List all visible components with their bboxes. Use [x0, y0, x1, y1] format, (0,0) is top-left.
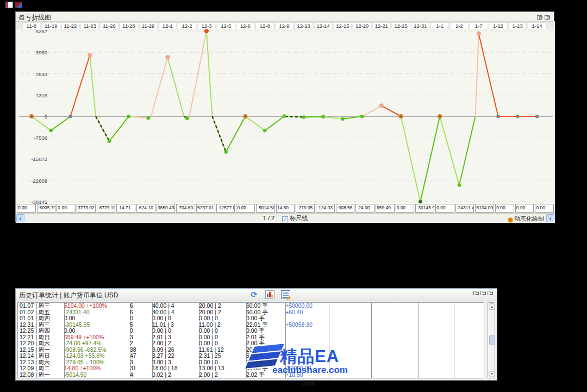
faint-watermark-text: 4900	[302, 381, 315, 387]
table-cell: 11.01 | 3	[151, 322, 197, 328]
table-row[interactable]: 01.02 | 周五-24311.40640.00 | 420.00 | 260…	[18, 309, 484, 316]
daily-value-box: -24311.4	[455, 204, 474, 213]
table-cell	[452, 353, 484, 359]
table-cell: 31.00 手	[245, 365, 284, 372]
table-row[interactable]: 12.14 | 周日-124.03 +55.6%473.27 | 222.31 …	[18, 353, 484, 359]
table-cell: 12.25 | 周四	[18, 328, 63, 334]
chart-plot: 52673950263313160-7536-15072-22609-30145	[16, 29, 555, 204]
table-cell	[327, 365, 370, 372]
restore-window-icon[interactable]	[537, 15, 542, 20]
table-cell: 2.00 | 2	[197, 372, 245, 378]
table-cell: 2	[128, 340, 151, 347]
y-tick-label: -22609	[17, 178, 47, 184]
table-cell: 6	[128, 303, 151, 309]
y-tick-label: 5267	[17, 28, 47, 34]
table-cell: 12.20 | 周六	[18, 340, 63, 347]
table-cell: 659.49 ↑+100%	[63, 334, 128, 341]
table-row[interactable]: 01.07 | 周三5104.00 ↑+100%640.00 | 420.00 …	[18, 303, 484, 309]
table-cell	[370, 365, 417, 372]
maximize-window-icon[interactable]	[545, 15, 549, 20]
taskbar-chart-icon[interactable]	[15, 2, 22, 8]
table-cell	[417, 328, 452, 334]
date-label: 11-23	[80, 22, 99, 29]
date-label: 12-14	[314, 22, 333, 29]
table-cell: 20.00 | 2	[197, 303, 245, 309]
daily-value-box: 0.00	[535, 204, 554, 213]
table-cell	[417, 315, 452, 322]
line-chart-svg	[16, 29, 555, 204]
table-row[interactable]: 12.09 | 周二14.80 ↑+100%3118.00 | 1813.00 …	[18, 365, 484, 372]
data-point	[516, 115, 520, 119]
table-cell: 0	[128, 328, 151, 334]
chart-nav-bar: ‹ 1 / 2✓标尺线 ✕动态化绘制 ›	[16, 213, 555, 223]
pin-window-icon[interactable]	[473, 291, 478, 295]
table-cell: 12.21 | 周日	[18, 334, 63, 341]
table-cell: -908.56 -632.5%	[63, 347, 128, 353]
table-row[interactable]: 12.25 | 周四0.0000.00 | 00.00 | 00.00 手	[18, 328, 484, 334]
table-titlebar: 历史订单统计 | 账户货币单位 USD ⟳	[16, 289, 497, 301]
dynamic-draw-toggle[interactable]: ✕动态化绘制	[508, 215, 544, 223]
table-cell	[417, 372, 452, 378]
restore-window-icon[interactable]	[480, 291, 485, 295]
history-orders-window: 历史订单统计 | 账户货币单位 USD ⟳ 01.07 | 周三5104.00 …	[15, 288, 497, 381]
daily-value-box: 0.00	[17, 204, 36, 213]
table-cell: -124.03 +55.6%	[63, 353, 128, 359]
table-cell: 0.00 手	[245, 315, 284, 322]
table-cell: 0.00 | 0	[197, 340, 245, 347]
report-book-icon[interactable]	[281, 290, 290, 299]
column-divider	[130, 303, 130, 378]
stats-chart-icon[interactable]	[265, 290, 274, 299]
column-divider	[64, 303, 65, 378]
table-row[interactable]: 12.20 | 周六-24.00 +97.4%22.00 | 20.00 | 0…	[18, 340, 484, 347]
ruler-checkbox[interactable]: ✓	[282, 216, 288, 222]
table-cell: 5.58 手	[245, 353, 284, 359]
table-row[interactable]: 12.21 | 周日659.49 ↑+100%32.01 | 30.00 | 0…	[18, 334, 484, 341]
table-cell	[327, 334, 370, 341]
ruler-checkbox-label[interactable]: 标尺线	[290, 215, 308, 221]
table-row[interactable]: 01.01 | 周四0.0000.00 | 00.00 | 00.00 手	[18, 315, 484, 322]
next-page-button[interactable]: ›	[546, 214, 554, 222]
table-cell: 38	[128, 347, 151, 353]
date-label: 11-28	[120, 22, 138, 29]
table-row[interactable]: 12.08 | 周一-5014.5040.02 | 22.00 | 22.02 …	[18, 372, 484, 378]
table-row[interactable]: 12.15 | 周一-908.56 -632.5%389.09 | 2611.6…	[18, 347, 484, 353]
daily-value-box: -30145.9	[415, 204, 434, 213]
table-row[interactable]: 12.31 | 周三-30145.95511.01 | 311.00 | 222…	[18, 322, 484, 328]
table-scrollbar[interactable]: ▲ ▼	[488, 302, 495, 378]
table-cell: 20.00 | 2	[197, 309, 245, 316]
daily-value-box: 0.00	[495, 204, 514, 213]
table-cell: 01.07 | 周三	[18, 303, 63, 309]
table-cell	[452, 372, 484, 378]
daily-value-boxes: 0.00-5005.700.003773.02-8779.10-14.71-62…	[16, 204, 555, 213]
date-label: 12-8	[255, 22, 274, 29]
date-label: 12-25	[392, 22, 410, 29]
table-cell: 2.00 手	[245, 340, 284, 347]
date-label: 12-21	[372, 22, 391, 29]
table-cell: 13.00 | 13	[197, 365, 245, 372]
date-label: 1-12	[489, 22, 507, 29]
table-cell: 14.80 ↑+100%	[63, 365, 128, 372]
table-cell: 3.00 手	[245, 359, 284, 366]
table-cell: 47	[128, 353, 151, 359]
scrollbar-thumb[interactable]	[489, 335, 495, 345]
maximize-window-icon[interactable]	[488, 291, 492, 295]
data-point	[165, 55, 170, 59]
y-tick-label: 2633	[17, 71, 47, 77]
scroll-up-icon[interactable]: ▲	[489, 303, 495, 310]
table-cell: -24.00 +97.4%	[63, 340, 128, 347]
table-row[interactable]: 12.13 | 周六-279.05 ↓-100%33.00 | 30.00 | …	[18, 359, 484, 366]
refresh-icon[interactable]: ⟳	[249, 290, 259, 299]
daily-value-box: -24.00	[355, 204, 374, 213]
daily-value-box: -908.56	[336, 204, 355, 213]
y-tick-label: 1316	[17, 92, 47, 98]
profit-loss-chart-window: 盈亏折线图 11-811-1911-2211-2311-2611-2811-29…	[15, 11, 554, 222]
data-point	[108, 139, 111, 143]
table-cell	[284, 347, 327, 353]
scroll-down-icon[interactable]: ▼	[489, 371, 495, 377]
y-tick-label: 0	[17, 114, 47, 120]
data-point	[419, 200, 422, 204]
taskbar-table-icon[interactable]	[5, 2, 13, 8]
table-cell	[327, 340, 370, 347]
table-cell	[370, 303, 417, 309]
table-cell	[370, 353, 417, 359]
